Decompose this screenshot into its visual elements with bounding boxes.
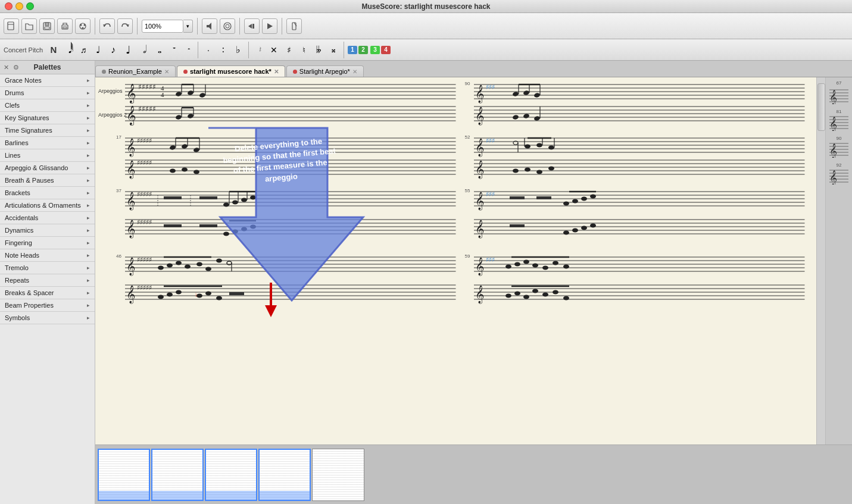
palette-item-brackets[interactable]: Brackets▸ (0, 187, 95, 199)
palette-arrow-clefs: ▸ (87, 102, 90, 108)
mini-page-5[interactable] (312, 449, 364, 501)
mini-page-4[interactable] (258, 449, 311, 501)
score-area[interactable]: Delete everything to the beginning so th… (95, 77, 852, 444)
separator5 (282, 18, 282, 35)
minimize-button[interactable] (15, 2, 23, 10)
note-64th[interactable]: 𝅘𝅥𝅲 (62, 43, 75, 57)
right-measure-num-90: 90 (837, 136, 842, 141)
palette-item-barlines[interactable]: Barlines▸ (0, 137, 95, 149)
palette-item-breath-pauses[interactable]: Breath & Pauses▸ (0, 174, 95, 187)
palette-label-grace-notes: Grace Notes (5, 77, 42, 84)
palette-arrow-lines: ▸ (87, 152, 90, 158)
sharp-button[interactable]: ♯ (282, 43, 295, 57)
palette-item-accidentals[interactable]: Accidentals▸ (0, 212, 95, 224)
save-button[interactable] (39, 18, 55, 34)
zoom-input[interactable]: 100% (142, 20, 183, 33)
palette-item-articulations[interactable]: Articulations & Ornaments▸ (0, 199, 95, 212)
palette-item-breaks-spacer[interactable]: Breaks & Spacer▸ (0, 287, 95, 299)
print-button[interactable] (57, 18, 73, 34)
palette-item-repeats[interactable]: Repeats▸ (0, 274, 95, 287)
svg-text:♯♯♯: ♯♯♯ (486, 137, 495, 144)
mini-page-2[interactable] (151, 449, 204, 501)
note-breve[interactable]: 𝄻 (166, 43, 179, 57)
palette-item-beam-properties[interactable]: Beam Properties▸ (0, 299, 95, 312)
svg-text:♯♯♯♯♯: ♯♯♯♯♯ (137, 159, 152, 166)
vertical-scrollbar[interactable] (816, 77, 825, 444)
voice-1-button[interactable]: 1 (348, 46, 357, 54)
palette-item-tremolo[interactable]: Tremolo▸ (0, 262, 95, 274)
palette-label-drums: Drums (5, 89, 24, 96)
staff-4: 𝄞 (474, 104, 805, 123)
palette-item-note-heads[interactable]: Note Heads▸ (0, 249, 95, 262)
connect-button[interactable] (75, 18, 90, 34)
volume-button[interactable] (202, 18, 217, 34)
metronome-button[interactable] (286, 18, 302, 34)
accidental-button[interactable]: 𝄪 (327, 43, 340, 57)
palette-item-drums[interactable]: Drums▸ (0, 87, 95, 99)
tab-close-arpegio[interactable]: ✕ (352, 68, 357, 75)
undo-button[interactable] (99, 18, 115, 34)
tab-reunion[interactable]: Reunion_Example ✕ (95, 65, 176, 77)
close-button[interactable] (5, 2, 13, 10)
palette-arrow-breaks-spacer: ▸ (87, 290, 90, 296)
maximize-button[interactable] (26, 2, 34, 10)
palette-item-key-signatures[interactable]: Key Signatures▸ (0, 112, 95, 124)
flat-button[interactable]: ♭ (232, 43, 245, 57)
tab-close-reunion[interactable]: ✕ (164, 68, 169, 75)
note-eighth[interactable]: ♪ (107, 43, 120, 57)
open-button[interactable] (21, 18, 37, 34)
note-quarter[interactable]: ♩ (121, 43, 135, 57)
note-half[interactable]: 𝅗𝅥 (136, 43, 149, 57)
palette-item-lines[interactable]: Lines▸ (0, 149, 95, 162)
tab-arpegio[interactable]: Starlight Arpegio* ✕ (286, 65, 364, 77)
svg-point-111 (548, 146, 554, 150)
note-16th[interactable]: ♩ (92, 43, 105, 57)
voice-4-button[interactable]: 4 (381, 46, 391, 54)
palette-item-grace-notes[interactable]: Grace Notes▸ (0, 74, 95, 87)
voice-3-button[interactable]: 3 (370, 46, 380, 54)
svg-point-10 (82, 27, 84, 29)
scrollbar-thumb[interactable] (817, 83, 825, 131)
tab-close-starlight[interactable]: ✕ (274, 68, 279, 75)
note-maxima[interactable]: 𝄼 (181, 43, 194, 57)
tab-starlight[interactable]: starlight musescore hack* ✕ (177, 65, 285, 77)
note-32nd[interactable]: ♬ (77, 43, 90, 57)
palettes-settings-icon[interactable]: ⚙ (13, 64, 19, 71)
zoom-dropdown[interactable]: ▾ (183, 20, 193, 33)
svg-point-37 (199, 92, 205, 98)
new-button[interactable] (4, 18, 19, 34)
palette-arrow-repeats: ▸ (87, 277, 90, 283)
double-dot[interactable]: ∶ (217, 43, 230, 57)
palette-item-clefs[interactable]: Clefs▸ (0, 99, 95, 112)
system-row-3b: 55 𝄞 ♯♯♯ (474, 189, 805, 244)
play-settings-button[interactable] (220, 18, 235, 34)
palette-item-symbols[interactable]: Symbols▸ (0, 312, 95, 324)
rewind-button[interactable] (244, 18, 260, 34)
flat2-button[interactable]: 𝄫 (312, 43, 325, 57)
augmentation-dot[interactable]: · (202, 43, 215, 57)
natural-button[interactable]: ♮ (297, 43, 310, 57)
palette-item-dynamics[interactable]: Dynamics▸ (0, 224, 95, 237)
note-input-button[interactable]: N (47, 43, 60, 57)
svg-rect-168 (536, 196, 551, 199)
close-palettes-button[interactable]: ✕ (4, 64, 9, 71)
system-row-1: Arpeggios 𝄞 (125, 82, 456, 125)
voice-2-button[interactable]: 2 (358, 46, 368, 54)
palette-label-breaks-spacer: Breaks & Spacer (5, 289, 54, 296)
system-label-arpeggios: Arpeggios (98, 88, 123, 94)
svg-point-194 (176, 261, 182, 265)
palette-item-time-signatures[interactable]: Time Signatures▸ (0, 124, 95, 137)
redo-button[interactable] (117, 18, 133, 34)
mini-page-1[interactable] (98, 449, 150, 501)
palette-arrow-note-heads: ▸ (87, 252, 90, 258)
note-whole[interactable]: 𝅝 (151, 43, 164, 57)
titlebar: MuseScore: starlight musescore hack (0, 0, 852, 13)
svg-point-229 (542, 266, 548, 270)
cross-button[interactable]: ✕ (267, 43, 280, 57)
palette-item-arpeggio-glissando[interactable]: Arpeggio & Glissando▸ (0, 162, 95, 174)
palette-item-fingering[interactable]: Fingering▸ (0, 237, 95, 249)
rest-button[interactable]: 𝄽 (252, 43, 266, 57)
system-row-3: 37 𝄞 ♯♯♯♯♯ (125, 189, 456, 244)
play-button[interactable] (262, 18, 277, 34)
mini-page-3[interactable] (205, 449, 257, 501)
